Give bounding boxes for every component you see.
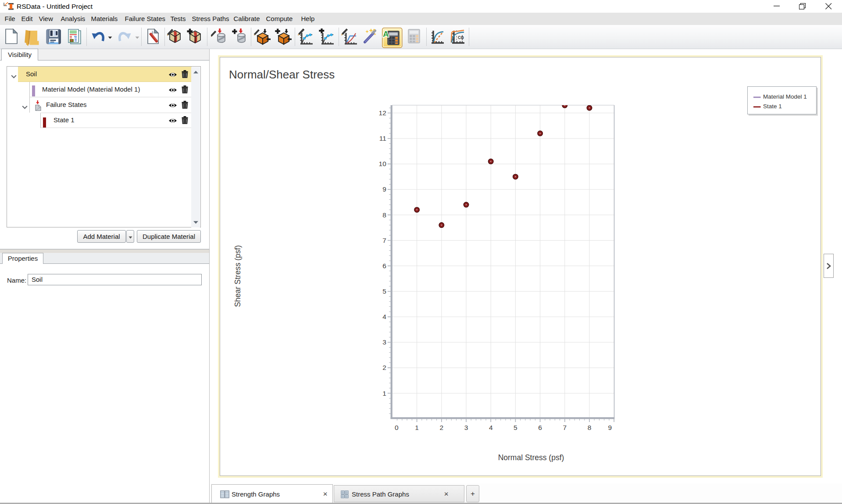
svg-text:5: 5 [382,287,386,295]
svg-text:12: 12 [379,109,386,117]
svg-text:11: 11 [379,135,386,142]
svg-text:8: 8 [382,211,386,219]
svg-text:6: 6 [382,262,386,270]
svg-text:9: 9 [608,424,612,431]
svg-text:8: 8 [588,424,592,431]
svg-text:1: 1 [382,390,386,397]
svg-text:7: 7 [382,237,386,244]
svg-text:3: 3 [382,338,386,346]
svg-text:A: A [383,29,389,39]
svg-text:10: 10 [379,160,387,167]
svg-text:Normal Stress (psf): Normal Stress (psf) [498,453,564,462]
svg-text:6: 6 [538,424,542,431]
svg-text:4: 4 [489,424,493,431]
svg-text:Shear Stress (psf): Shear Stress (psf) [233,245,242,307]
svg-text:2: 2 [439,424,443,431]
svg-text:4: 4 [382,313,386,320]
svg-text:9: 9 [382,185,386,193]
svg-text:7: 7 [563,424,567,431]
svg-text:5: 5 [514,424,517,431]
svg-text:cϕ: cϕ [458,34,464,40]
svg-text:0: 0 [395,424,399,431]
svg-text:2: 2 [382,364,386,371]
svg-text:3: 3 [464,424,468,431]
svg-text:1: 1 [415,424,419,431]
